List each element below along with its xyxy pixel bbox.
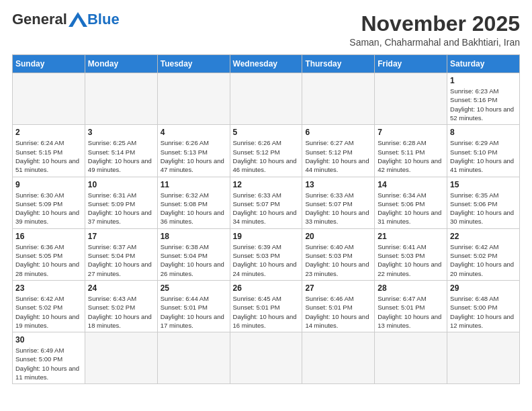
day-info: Sunrise: 6:31 AMSunset: 5:09 PMDaylight:… [88,191,154,226]
day-info: Sunrise: 6:49 AMSunset: 5:00 PMDaylight:… [15,346,82,381]
logo-general-text: General [12,12,67,27]
header-wednesday: Wednesday [230,55,302,73]
day-number: 26 [233,283,300,293]
day-number: 4 [161,128,227,137]
day-number: 11 [161,180,227,189]
weekday-header-row: Sunday Monday Tuesday Wednesday Thursday… [13,55,520,73]
table-row: 4Sunrise: 6:26 AMSunset: 5:13 PMDaylight… [157,125,230,177]
logo-icon [69,12,87,27]
day-info: Sunrise: 6:30 AMSunset: 5:09 PMDaylight:… [15,191,82,226]
table-row: 17Sunrise: 6:37 AMSunset: 5:04 PMDayligh… [85,228,157,280]
day-info: Sunrise: 6:26 AMSunset: 5:12 PMDaylight:… [233,138,300,174]
day-number: 2 [15,128,82,137]
table-row: 20Sunrise: 6:40 AMSunset: 5:03 PMDayligh… [302,228,375,280]
day-number: 5 [233,128,300,137]
day-info: Sunrise: 6:35 AMSunset: 5:06 PMDaylight:… [450,191,517,226]
header: General Blue November 2025 Saman, Chahar… [12,12,520,48]
day-info: Sunrise: 6:27 AMSunset: 5:12 PMDaylight:… [305,138,371,174]
day-number: 7 [378,128,444,137]
header-thursday: Thursday [302,55,375,73]
table-row: 2Sunrise: 6:24 AMSunset: 5:15 PMDaylight… [13,125,85,177]
table-row: 26Sunrise: 6:45 AMSunset: 5:01 PMDayligh… [230,280,302,332]
day-number: 14 [378,180,444,189]
table-row: 3Sunrise: 6:25 AMSunset: 5:14 PMDaylight… [85,125,157,177]
day-info: Sunrise: 6:48 AMSunset: 5:00 PMDaylight:… [450,294,517,330]
header-saturday: Saturday [447,55,520,73]
table-row: 16Sunrise: 6:36 AMSunset: 5:05 PMDayligh… [13,228,85,280]
day-info: Sunrise: 6:41 AMSunset: 5:03 PMDaylight:… [378,242,444,278]
header-tuesday: Tuesday [157,55,230,73]
day-number: 23 [15,283,82,293]
day-info: Sunrise: 6:29 AMSunset: 5:10 PMDaylight:… [450,138,517,174]
day-info: Sunrise: 6:45 AMSunset: 5:01 PMDaylight:… [233,294,300,330]
day-number: 1 [450,76,517,85]
day-info: Sunrise: 6:47 AMSunset: 5:01 PMDaylight:… [378,294,444,330]
table-row: 5Sunrise: 6:26 AMSunset: 5:12 PMDaylight… [230,125,302,177]
day-info: Sunrise: 6:32 AMSunset: 5:08 PMDaylight:… [161,191,227,226]
day-info: Sunrise: 6:43 AMSunset: 5:02 PMDaylight:… [88,294,154,330]
day-number: 29 [450,283,517,293]
table-row [85,73,157,125]
day-info: Sunrise: 6:25 AMSunset: 5:14 PMDaylight:… [88,138,154,174]
table-row [447,332,520,384]
table-row [13,73,85,125]
table-row [375,332,447,384]
day-info: Sunrise: 6:40 AMSunset: 5:03 PMDaylight:… [305,242,371,278]
table-row: 27Sunrise: 6:46 AMSunset: 5:01 PMDayligh… [302,280,375,332]
title-block: November 2025 Saman, Chaharmahal and Bak… [349,12,520,48]
calendar: Sunday Monday Tuesday Wednesday Thursday… [12,54,520,384]
table-row: 9Sunrise: 6:30 AMSunset: 5:09 PMDaylight… [13,177,85,228]
table-row: 8Sunrise: 6:29 AMSunset: 5:10 PMDaylight… [447,125,520,177]
day-number: 13 [305,180,371,189]
table-row: 1Sunrise: 6:23 AMSunset: 5:16 PMDaylight… [447,73,520,125]
day-info: Sunrise: 6:28 AMSunset: 5:11 PMDaylight:… [378,138,444,174]
day-info: Sunrise: 6:37 AMSunset: 5:04 PMDaylight:… [88,242,154,278]
day-number: 21 [378,232,444,241]
table-row: 25Sunrise: 6:44 AMSunset: 5:01 PMDayligh… [157,280,230,332]
day-info: Sunrise: 6:23 AMSunset: 5:16 PMDaylight:… [450,87,517,122]
day-number: 17 [88,232,154,241]
calendar-week-row: 23Sunrise: 6:42 AMSunset: 5:02 PMDayligh… [13,280,520,332]
table-row: 13Sunrise: 6:33 AMSunset: 5:07 PMDayligh… [302,177,375,228]
day-number: 20 [305,232,371,241]
day-number: 19 [233,232,300,241]
table-row: 22Sunrise: 6:42 AMSunset: 5:02 PMDayligh… [447,228,520,280]
day-number: 25 [161,283,227,293]
table-row: 23Sunrise: 6:42 AMSunset: 5:02 PMDayligh… [13,280,85,332]
day-info: Sunrise: 6:36 AMSunset: 5:05 PMDaylight:… [15,242,82,278]
day-number: 9 [15,180,82,189]
month-title: November 2025 [349,12,520,36]
day-number: 12 [233,180,300,189]
day-info: Sunrise: 6:33 AMSunset: 5:07 PMDaylight:… [233,191,300,226]
table-row: 12Sunrise: 6:33 AMSunset: 5:07 PMDayligh… [230,177,302,228]
day-number: 28 [378,283,444,293]
day-number: 27 [305,283,371,293]
day-info: Sunrise: 6:42 AMSunset: 5:02 PMDaylight:… [450,242,517,278]
calendar-week-row: 30Sunrise: 6:49 AMSunset: 5:00 PMDayligh… [13,332,520,384]
day-number: 24 [88,283,154,293]
day-number: 18 [161,232,227,241]
table-row [230,332,302,384]
table-row: 29Sunrise: 6:48 AMSunset: 5:00 PMDayligh… [447,280,520,332]
day-info: Sunrise: 6:38 AMSunset: 5:04 PMDaylight:… [161,242,227,278]
day-number: 15 [450,180,517,189]
table-row [230,73,302,125]
calendar-week-row: 9Sunrise: 6:30 AMSunset: 5:09 PMDaylight… [13,177,520,228]
day-info: Sunrise: 6:24 AMSunset: 5:15 PMDaylight:… [15,138,82,174]
day-info: Sunrise: 6:33 AMSunset: 5:07 PMDaylight:… [305,191,371,226]
table-row: 30Sunrise: 6:49 AMSunset: 5:00 PMDayligh… [13,332,85,384]
calendar-week-row: 1Sunrise: 6:23 AMSunset: 5:16 PMDaylight… [13,73,520,125]
location-title: Saman, Chaharmahal and Bakhtiari, Iran [349,37,520,48]
day-info: Sunrise: 6:26 AMSunset: 5:13 PMDaylight:… [161,138,227,174]
table-row: 11Sunrise: 6:32 AMSunset: 5:08 PMDayligh… [157,177,230,228]
page: General Blue November 2025 Saman, Chahar… [0,0,532,411]
logo-blue-text: Blue [87,12,120,27]
header-friday: Friday [375,55,447,73]
table-row [157,73,230,125]
table-row: 18Sunrise: 6:38 AMSunset: 5:04 PMDayligh… [157,228,230,280]
table-row [85,332,157,384]
table-row: 28Sunrise: 6:47 AMSunset: 5:01 PMDayligh… [375,280,447,332]
day-info: Sunrise: 6:34 AMSunset: 5:06 PMDaylight:… [378,191,444,226]
day-info: Sunrise: 6:39 AMSunset: 5:03 PMDaylight:… [233,242,300,278]
table-row [302,73,375,125]
